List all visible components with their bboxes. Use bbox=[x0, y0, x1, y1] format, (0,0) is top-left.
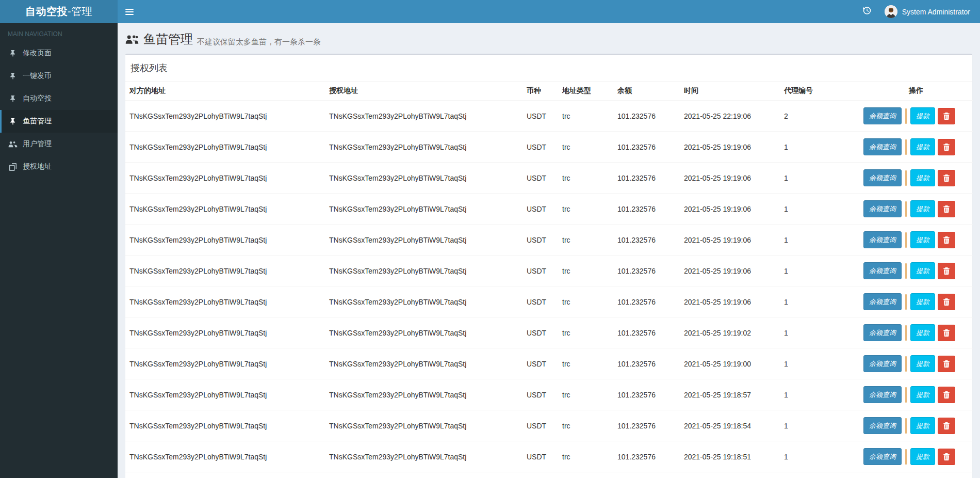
column-header-代理编号: 代理编号 bbox=[780, 82, 859, 101]
sidebar-item-用户管理[interactable]: 用户管理 bbox=[0, 133, 118, 155]
cell-coin: USDT bbox=[522, 225, 558, 256]
cell-auth_address: TNsKGSsxTem293y2PLohyBTiW9L7taqStj bbox=[325, 317, 522, 348]
cell-coin: USDT bbox=[522, 256, 558, 286]
cell-auth_address: TNsKGSsxTem293y2PLohyBTiW9L7taqStj bbox=[325, 348, 522, 379]
column-header-币种: 币种 bbox=[522, 82, 558, 101]
history-icon bbox=[862, 6, 871, 17]
balance-query-button[interactable]: 余额查询 bbox=[863, 200, 902, 217]
sidebar-item-授权地址[interactable]: 授权地址 bbox=[0, 155, 118, 178]
balance-query-button[interactable]: 余额查询 bbox=[863, 417, 902, 434]
cell-agent_no: 1 bbox=[780, 472, 859, 478]
trash-icon bbox=[943, 360, 950, 368]
table-row: TNsKGSsxTem293y2PLohyBTiW9L7taqStjTNsKGS… bbox=[125, 441, 973, 472]
withdraw-button[interactable]: 提款 bbox=[910, 200, 935, 217]
delete-button[interactable] bbox=[938, 170, 955, 186]
withdraw-button[interactable]: 提款 bbox=[910, 262, 935, 279]
cell-actions: 余额查询提款 bbox=[859, 256, 973, 286]
cell-time: 2021-05-25 19:18:51 bbox=[680, 441, 780, 472]
withdraw-button[interactable]: 提款 bbox=[910, 138, 935, 155]
cell-coin: USDT bbox=[522, 410, 558, 441]
user-menu[interactable]: System Administrator bbox=[877, 0, 972, 23]
withdraw-button[interactable]: 提款 bbox=[910, 169, 935, 186]
delete-button[interactable] bbox=[938, 263, 955, 279]
sidebar-toggle-button[interactable] bbox=[118, 0, 141, 23]
balance-query-button[interactable]: 余额查询 bbox=[863, 324, 902, 341]
page-title: 鱼苗管理 bbox=[125, 31, 193, 47]
withdraw-button[interactable]: 提款 bbox=[910, 231, 935, 248]
hamburger-icon bbox=[125, 9, 134, 10]
table-row: TNsKGSsxTem293y2PLohyBTiW9L7taqStjTNsKGS… bbox=[125, 317, 973, 348]
balance-query-button[interactable]: 余额查询 bbox=[863, 386, 902, 403]
withdraw-button[interactable]: 提款 bbox=[910, 107, 935, 124]
balance-query-button[interactable]: 余额查询 bbox=[863, 262, 902, 279]
cell-auth_address: TNsKGSsxTem293y2PLohyBTiW9L7taqStj bbox=[325, 286, 522, 317]
delete-button[interactable] bbox=[938, 139, 955, 155]
balance-query-button[interactable]: 余额查询 bbox=[863, 231, 902, 248]
delete-button[interactable] bbox=[938, 294, 955, 310]
cell-agent_no: 1 bbox=[780, 379, 859, 410]
cell-addr_type: trc bbox=[558, 472, 613, 478]
trash-icon bbox=[943, 267, 950, 275]
history-button[interactable] bbox=[857, 0, 877, 23]
cell-coin: USDT bbox=[522, 379, 558, 410]
cell-time: 2021-05-25 19:19:02 bbox=[680, 317, 780, 348]
sidebar-item-自动空投[interactable]: 自动空投 bbox=[0, 87, 118, 110]
cell-from_address: TNsKGSsxTem293y2PLohyBTiW9L7taqStj bbox=[125, 317, 325, 348]
delete-button[interactable] bbox=[938, 356, 955, 372]
cell-actions: 余额查询提款 bbox=[859, 163, 973, 194]
cell-balance: 101.232576 bbox=[613, 348, 680, 379]
delete-button[interactable] bbox=[938, 418, 955, 434]
sidebar-item-label: 鱼苗管理 bbox=[23, 117, 52, 126]
cell-from_address: TNsKGSsxTem293y2PLohyBTiW9L7taqStj bbox=[125, 132, 325, 163]
cell-coin: USDT bbox=[522, 132, 558, 163]
cell-balance: 101.232576 bbox=[613, 379, 680, 410]
trash-icon bbox=[943, 298, 950, 306]
sidebar-section-title: MAIN NAVIGATION bbox=[0, 23, 118, 42]
withdraw-button[interactable]: 提款 bbox=[910, 448, 935, 465]
cell-time: 2021-05-25 19:19:06 bbox=[680, 132, 780, 163]
cell-time: 2021-05-25 19:19:06 bbox=[680, 194, 780, 225]
delete-button[interactable] bbox=[938, 108, 955, 124]
cell-time: 2021-05-25 19:19:06 bbox=[680, 163, 780, 194]
sidebar-item-一键发币[interactable]: 一键发币 bbox=[0, 65, 118, 87]
content-wrapper: 鱼苗管理 不建议保留太多鱼苗，有一条杀一条 授权列表 对方的地址授权地址币种地址… bbox=[118, 0, 980, 478]
balance-query-button[interactable]: 余额查询 bbox=[863, 138, 902, 155]
cell-agent_no: 1 bbox=[780, 256, 859, 286]
cell-actions: 余额查询提款 bbox=[859, 194, 973, 225]
user-avatar bbox=[885, 5, 897, 18]
table-row: TNsKGSsxTem293y2PLohyBTiW9L7taqStjTNsKGS… bbox=[125, 379, 973, 410]
cell-agent_no: 1 bbox=[780, 163, 859, 194]
delete-button[interactable] bbox=[938, 449, 955, 465]
navbar-right: System Administrator bbox=[857, 0, 980, 23]
sidebar-item-修改页面[interactable]: 修改页面 bbox=[0, 42, 118, 65]
table-header-row: 对方的地址授权地址币种地址类型余额时间代理编号操作 bbox=[125, 82, 973, 101]
balance-query-button[interactable]: 余额查询 bbox=[863, 293, 902, 310]
cell-coin: USDT bbox=[522, 194, 558, 225]
balance-query-button[interactable]: 余额查询 bbox=[863, 169, 902, 186]
delete-button[interactable] bbox=[938, 325, 955, 341]
table-row: TNsKGSsxTem293y2PLohyBTiW9L7taqStjTNsKGS… bbox=[125, 163, 973, 194]
cell-time: 2021-05-25 19:18:54 bbox=[680, 410, 780, 441]
cell-from_address: TNsKGSsxTem293y2PLohyBTiW9L7taqStj bbox=[125, 163, 325, 194]
cell-time: 2021-05-25 19:19:06 bbox=[680, 225, 780, 256]
withdraw-button[interactable]: 提款 bbox=[910, 355, 935, 372]
delete-button[interactable] bbox=[938, 201, 955, 217]
withdraw-button[interactable]: 提款 bbox=[910, 417, 935, 434]
balance-query-button[interactable]: 余额查询 bbox=[863, 107, 902, 124]
brand-logo[interactable]: 自动空投-管理 bbox=[0, 0, 118, 23]
withdraw-button[interactable]: 提款 bbox=[910, 386, 935, 403]
cell-from_address: TNsKGSsxTem293y2PLohyBTiW9L7taqStj bbox=[125, 472, 325, 478]
withdraw-button[interactable]: 提款 bbox=[910, 293, 935, 310]
balance-query-button[interactable]: 余额查询 bbox=[863, 355, 902, 372]
delete-button[interactable] bbox=[938, 232, 955, 248]
cell-addr_type: trc bbox=[558, 256, 613, 286]
withdraw-button[interactable]: 提款 bbox=[910, 324, 935, 341]
cell-actions: 余额查询提款 bbox=[859, 225, 973, 256]
delete-button[interactable] bbox=[938, 387, 955, 403]
authorization-table: 对方的地址授权地址币种地址类型余额时间代理编号操作 TNsKGSsxTem293… bbox=[125, 82, 973, 478]
authorization-list-box: 授权列表 对方的地址授权地址币种地址类型余额时间代理编号操作 TNsKGSsxT… bbox=[125, 54, 972, 478]
balance-query-button[interactable]: 余额查询 bbox=[863, 448, 902, 465]
sidebar-item-鱼苗管理[interactable]: 鱼苗管理 bbox=[0, 110, 118, 133]
cell-time: 2021-05-25 19:19:06 bbox=[680, 286, 780, 317]
user-name: System Administrator bbox=[902, 8, 970, 16]
